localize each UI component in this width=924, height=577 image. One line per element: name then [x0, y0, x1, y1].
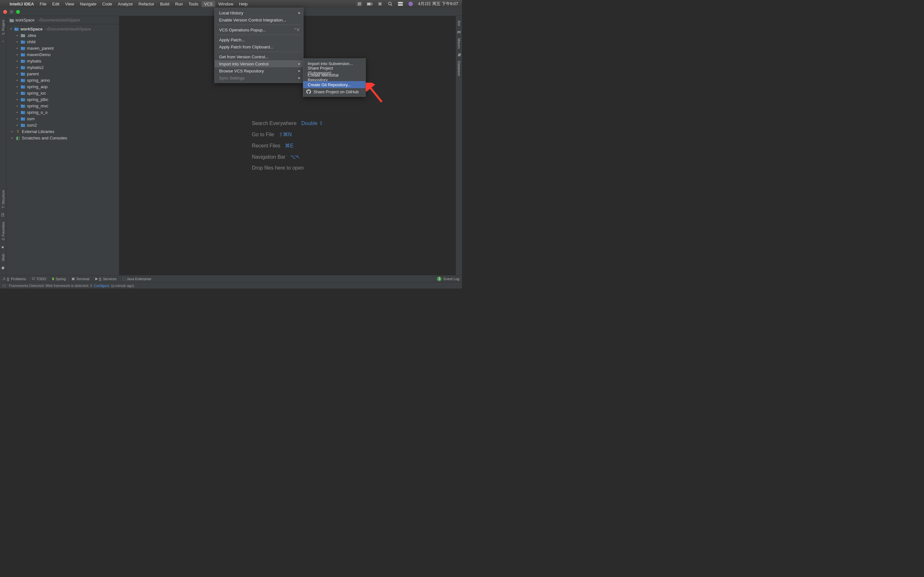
menu-view[interactable]: View — [65, 2, 74, 6]
tree-root[interactable]: ▾ workSpace ~/Documents/workSpace — [6, 26, 119, 32]
terminal-tool-button[interactable]: ▣ Terminal — [71, 277, 89, 281]
menu-analyze[interactable]: Analyze — [118, 2, 133, 6]
menu-refactor[interactable]: Refactor — [139, 2, 154, 6]
menu-item[interactable]: Apply Patch from Clipboard... — [215, 43, 303, 50]
menu-code[interactable]: Code — [102, 2, 112, 6]
menu-item[interactable]: Import into Version Control▶ — [215, 60, 303, 67]
event-log-button[interactable]: Event Log — [443, 277, 459, 281]
tree-item[interactable]: ▸ spring_mvc — [6, 103, 119, 109]
tree-item[interactable]: ▸ ssm2 — [6, 122, 119, 128]
chevron-right-icon[interactable]: ▸ — [15, 59, 19, 63]
app-name[interactable]: IntelliJ IDEA — [10, 2, 34, 6]
chevron-right-icon[interactable]: ▸ — [10, 130, 14, 133]
chevron-right-icon[interactable]: ▸ — [15, 123, 19, 127]
ant-tool-button[interactable]: Ant — [457, 18, 462, 29]
chevron-down-icon[interactable]: ▾ — [9, 27, 13, 31]
menu-item[interactable]: Local History▶ — [215, 9, 303, 16]
menu-item[interactable]: Share Project on GitHub — [303, 88, 365, 95]
menu-window[interactable]: Window — [218, 2, 233, 6]
menu-file[interactable]: File — [40, 2, 47, 6]
clock[interactable]: 4月2日 周五 下午9:07 — [418, 1, 458, 7]
maximize-window-button[interactable] — [16, 10, 20, 14]
shortcut: ⌃V — [294, 27, 299, 32]
chevron-right-icon[interactable]: ▸ — [15, 34, 19, 37]
chevron-right-icon[interactable]: ▸ — [15, 79, 19, 82]
tree-item[interactable]: ▸ child — [6, 39, 119, 45]
chevron-right-icon[interactable]: ▸ — [15, 91, 19, 95]
menu-edit[interactable]: Edit — [52, 2, 59, 6]
menu-item[interactable]: Enable Version Control Integration... — [215, 16, 303, 23]
module-folder-icon — [21, 85, 26, 89]
tree-item[interactable]: ▸ spring_aop — [6, 83, 119, 90]
chevron-right-icon[interactable]: ▸ — [15, 72, 19, 75]
problems-tool-button[interactable]: ⚠ 6: Problems — [3, 277, 26, 281]
tree-item[interactable]: ▸ mybatis2 — [6, 64, 119, 71]
link-icon[interactable]: ⌘ — [377, 2, 383, 6]
chevron-right-icon[interactable]: ▸ — [15, 117, 19, 120]
menu-item[interactable]: Apply Patch... — [215, 36, 303, 43]
tree-item[interactable]: ▸ spring_anno — [6, 77, 119, 83]
chevron-right-icon[interactable]: ▸ — [15, 47, 19, 50]
svg-rect-18 — [23, 99, 25, 101]
menu-item[interactable]: Get from Version Control... — [215, 53, 303, 60]
close-window-button[interactable] — [3, 10, 7, 14]
tree-item-label: maven_parent — [27, 46, 53, 51]
tree-item-label: spring_jdbc — [27, 97, 48, 102]
chevron-right-icon[interactable]: ▸ — [15, 66, 19, 69]
menu-item[interactable]: Create Git Repository... — [303, 81, 365, 88]
module-folder-icon — [21, 46, 26, 50]
svg-rect-13 — [23, 67, 25, 69]
spring-tool-button[interactable]: ⬮ Spring — [52, 277, 66, 281]
chevron-right-icon[interactable]: ▸ — [15, 85, 19, 88]
breadcrumb-name[interactable]: workSpace — [15, 18, 34, 23]
siri-icon[interactable] — [408, 2, 414, 6]
maven-tool-button[interactable]: Maven — [457, 35, 462, 51]
favorites-tool-button[interactable]: 2: Favorites — [1, 219, 6, 243]
tree-item[interactable]: ▸ parent — [6, 71, 119, 77]
menu-item[interactable]: Create Mercurial Repository — [303, 74, 365, 81]
menu-item[interactable]: Browse VCS Repository▶ — [215, 67, 303, 74]
tree-item[interactable]: ▸ ssm — [6, 115, 119, 122]
chevron-right-icon: ▶ — [298, 69, 300, 73]
tree-item[interactable]: ▸ spring_ioc — [6, 90, 119, 96]
input-method-icon[interactable]: 拼 — [357, 2, 362, 6]
tree-item-label: spring_ioc — [27, 91, 46, 95]
todo-tool-button[interactable]: ☑ TODO — [32, 277, 47, 281]
web-tool-button[interactable]: Web — [1, 251, 6, 263]
chevron-right-icon[interactable]: ▸ — [15, 40, 19, 43]
chevron-right-icon[interactable]: ▸ — [15, 111, 19, 114]
chevron-right-icon[interactable]: ▸ — [15, 53, 19, 56]
status-icon[interactable]: ▢ — [3, 284, 7, 287]
tree-item[interactable]: ▸ spring_jdbc — [6, 96, 119, 103]
minimize-window-button[interactable] — [10, 10, 13, 14]
menu-help[interactable]: Help — [239, 2, 248, 6]
tree-scratches[interactable]: ▸ ◧ Scratches and Consoles — [6, 135, 119, 141]
right-tool-stripe: Ant m Maven ≣ Database — [456, 16, 462, 275]
search-icon[interactable] — [387, 2, 393, 6]
chevron-right-icon[interactable]: ▸ — [15, 104, 19, 107]
menu-run[interactable]: Run — [175, 2, 183, 6]
project-tool-button[interactable]: 1: Project — [1, 17, 6, 37]
menu-vcs[interactable]: VCS — [202, 1, 215, 7]
tree-item[interactable]: ▸ maven_parent — [6, 45, 119, 51]
database-tool-button[interactable]: Database — [457, 58, 462, 79]
tree-item[interactable]: ▸ mybatis — [6, 58, 119, 64]
chevron-right-icon[interactable]: ▸ — [10, 136, 14, 139]
tree-item[interactable]: ▸ mavenDemo — [6, 51, 119, 58]
menu-item[interactable]: VCS Operations Popup...⌃V — [215, 26, 303, 33]
services-tool-button[interactable]: ▶ 8: Services — [95, 277, 116, 281]
structure-tool-button[interactable]: 7: Structure — [1, 187, 6, 211]
tree-item[interactable]: ▸ .idea — [6, 32, 119, 39]
battery-icon[interactable] — [367, 2, 373, 6]
menu-build[interactable]: Build — [160, 2, 170, 6]
tree-item[interactable]: ▸ spring_o_o — [6, 109, 119, 115]
menu-navigate[interactable]: Navigate — [80, 2, 96, 6]
control-center-icon[interactable] — [397, 2, 403, 6]
javaee-tool-button[interactable]: ⬚ Java Enterprise — [122, 277, 151, 281]
chevron-right-icon[interactable]: ▸ — [15, 98, 19, 101]
tree-external-libs[interactable]: ▸ ⫴ External Libraries — [6, 128, 119, 135]
menu-tools[interactable]: Tools — [189, 2, 198, 6]
svg-rect-16 — [23, 87, 25, 88]
project-tree[interactable]: ▾ workSpace ~/Documents/workSpace ▸ .ide… — [6, 24, 119, 142]
configure-link[interactable]: Configure — [94, 284, 110, 287]
